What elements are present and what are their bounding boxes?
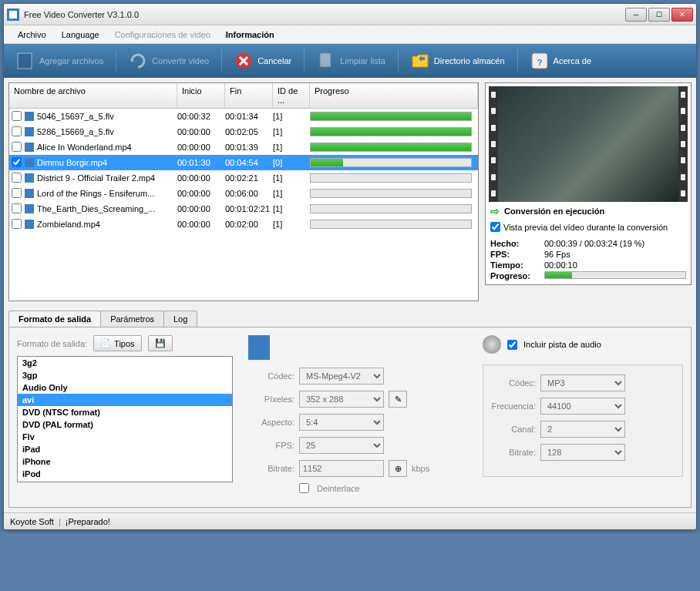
audio-bitrate-select[interactable]: 128	[540, 444, 625, 461]
menu-info[interactable]: Información	[218, 28, 282, 42]
stat-done-value: 00:00:39 / 00:03:24 (19 %)	[544, 239, 686, 248]
video-bitrate-input[interactable]	[299, 460, 384, 477]
bitrate-calc-button[interactable]: ⊕	[389, 460, 407, 477]
preview-during-conversion-checkbox[interactable]	[490, 222, 500, 232]
format-item[interactable]: avi	[18, 394, 232, 406]
tab-params[interactable]: Parámetros	[100, 311, 164, 327]
add-files-button[interactable]: Agregar archivos	[8, 47, 111, 75]
format-item[interactable]: iPad	[18, 443, 232, 455]
format-item[interactable]: 3gp	[18, 369, 232, 381]
row-checkbox[interactable]	[12, 142, 22, 152]
col-start[interactable]: Inicio	[177, 83, 225, 108]
format-item[interactable]: iPod	[18, 468, 232, 480]
row-checkbox[interactable]	[12, 111, 22, 121]
table-row[interactable]: The_Earth_Dies_Screaming_...00:00:0000:0…	[9, 201, 478, 217]
progress-cell	[310, 112, 478, 121]
col-name[interactable]: Nombre de archivo	[9, 83, 177, 108]
table-row[interactable]: 5286_15669_a_5.flv00:00:0000:02:05[1]	[9, 124, 478, 139]
table-row[interactable]: 5046_15697_a_5.flv00:00:3200:01:34[1]	[9, 109, 478, 124]
table-row[interactable]: Lord of the Rings - Ensiferum...00:00:00…	[9, 186, 478, 201]
start-cell: 00:00:00	[177, 189, 225, 198]
format-item[interactable]: DVD (PAL format)	[18, 418, 232, 431]
convert-button[interactable]: Convertir video	[121, 47, 217, 75]
col-end[interactable]: Fin	[225, 83, 273, 108]
video-aspect-select[interactable]: 5:4	[299, 414, 384, 431]
audio-codec-select[interactable]: MP3	[540, 374, 625, 391]
row-checkbox[interactable]	[12, 219, 22, 229]
format-item[interactable]: iPhone	[18, 455, 232, 468]
file-name-cell: Dimmu Borgir.mp4	[23, 158, 177, 167]
audio-params-column: Incluir pista de audio Códec:MP3 Frecuen…	[483, 335, 683, 499]
end-cell: 00:01:39	[225, 143, 273, 152]
file-name-cell: Zombieland.mp4	[23, 220, 177, 229]
row-checkbox[interactable]	[12, 157, 22, 167]
deinterlace-checkbox[interactable]	[299, 483, 309, 493]
cancel-icon	[234, 52, 253, 70]
format-item[interactable]: Flv	[18, 431, 232, 443]
video-pixels-select[interactable]: 352 x 288	[299, 391, 384, 408]
row-checkbox[interactable]	[12, 203, 22, 213]
col-id[interactable]: ID de ...	[273, 83, 310, 108]
output-dir-button[interactable]: Directorio almacén	[403, 47, 513, 75]
row-checkbox[interactable]	[12, 126, 22, 136]
types-button[interactable]: 📄Tipos	[93, 335, 142, 351]
tab-output-format[interactable]: Formato de salida	[8, 311, 101, 327]
minimize-button[interactable]: ─	[625, 8, 647, 22]
start-cell: 00:00:00	[177, 143, 225, 152]
row-checkbox[interactable]	[12, 173, 22, 183]
table-row[interactable]: Alice In Wonderland.mp400:00:0000:01:39[…	[9, 139, 478, 155]
format-item[interactable]: 3g2	[18, 357, 232, 369]
help-icon: ?	[530, 52, 549, 70]
status-separator: |	[59, 517, 61, 526]
clear-button[interactable]: Limpiar lista	[309, 47, 393, 75]
play-arrow-icon: ⇨	[490, 205, 500, 217]
close-button[interactable]: ✕	[671, 8, 693, 22]
audio-freq-select[interactable]: 44100	[540, 398, 625, 415]
progress-cell	[310, 143, 478, 152]
film-perforations-left	[489, 86, 498, 202]
menu-language[interactable]: Language	[54, 28, 107, 42]
maximize-button[interactable]: ☐	[648, 8, 670, 22]
edit-pixels-button[interactable]: ✎	[389, 391, 407, 408]
preview-checkbox-label: Vista previa del vídeo durante la conver…	[503, 223, 668, 232]
cancel-button[interactable]: Cancelar	[227, 47, 299, 75]
table-row[interactable]: District 9 - Official Trailer 2.mp400:00…	[9, 170, 478, 186]
file-table: Nombre de archivo Inicio Fin ID de ... P…	[8, 82, 479, 301]
format-column: Formato de salida: 📄Tipos 💾 3g23gpAudio …	[17, 335, 233, 499]
id-cell: [1]	[273, 127, 310, 136]
end-cell: 00:04:54	[225, 158, 273, 167]
table-body: 5046_15697_a_5.flv00:00:3200:01:34[1]528…	[9, 109, 478, 232]
table-header: Nombre de archivo Inicio Fin ID de ... P…	[9, 83, 478, 109]
video-fps-select[interactable]: 25	[299, 437, 384, 454]
include-audio-checkbox[interactable]	[507, 340, 517, 350]
format-list[interactable]: 3g23gpAudio OnlyaviDVD (NTSC format)DVD …	[17, 356, 233, 482]
progress-cell	[310, 189, 478, 198]
table-row[interactable]: Dimmu Borgir.mp400:01:3000:04:54[0]	[9, 155, 478, 170]
video-codec-label: Códec:	[248, 371, 294, 381]
video-codec-select[interactable]: MS-Mpeg4-V2	[299, 368, 384, 384]
format-item[interactable]: DVD (NTSC format)	[18, 406, 232, 418]
settings-section: Formato de salida Parámetros Log Formato…	[4, 306, 696, 512]
menu-video-config[interactable]: Configuraciones de video	[107, 28, 218, 42]
app-window: Free Video Converter V3.1.0.0 ─ ☐ ✕ Arch…	[3, 3, 697, 530]
file-icon	[25, 173, 34, 183]
audio-channel-label: Canal:	[490, 425, 536, 434]
format-item[interactable]: Audio Only	[18, 381, 232, 394]
save-format-button[interactable]: 💾	[148, 335, 173, 351]
progress-cell	[310, 127, 478, 136]
file-icon	[25, 127, 34, 136]
file-name-cell: 5286_15669_a_5.flv	[23, 127, 177, 136]
row-checkbox[interactable]	[12, 188, 22, 198]
table-row[interactable]: Zombieland.mp400:00:0000:02:00[1]	[9, 217, 478, 232]
video-bitrate-label: Bitrate:	[248, 464, 294, 473]
end-cell: 00:01:34	[225, 112, 273, 121]
tab-log[interactable]: Log	[163, 311, 197, 327]
app-icon	[7, 8, 19, 21]
col-progress[interactable]: Progreso	[310, 83, 478, 108]
menu-file[interactable]: Archivo	[10, 28, 54, 42]
about-button[interactable]: ? Acerca de	[523, 47, 600, 75]
video-params-column: Códec:MS-Mpeg4-V2 Píxeles:352 x 288✎ Asp…	[248, 335, 467, 499]
stat-progress-label: Progreso:	[490, 271, 544, 280]
status-company: Koyote Soft	[10, 517, 54, 526]
audio-channel-select[interactable]: 2	[540, 421, 625, 438]
